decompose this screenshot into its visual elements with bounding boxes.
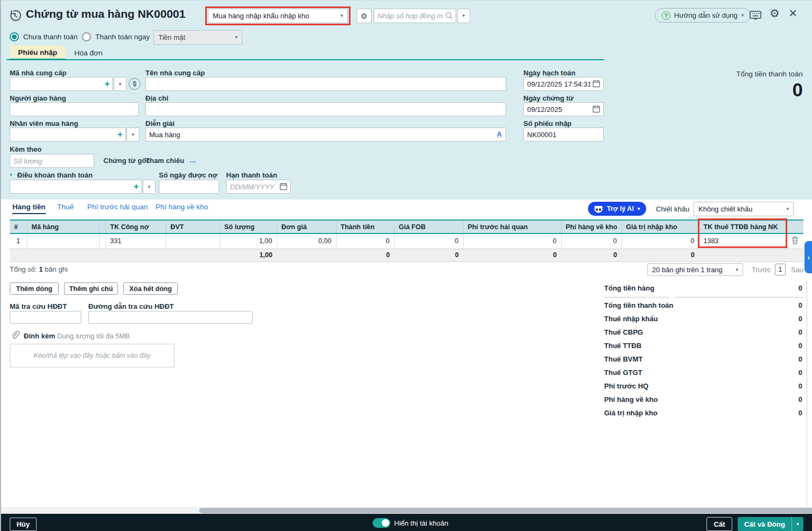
show-accounts-toggle[interactable] xyxy=(373,518,390,528)
cancel-button[interactable]: Hủy xyxy=(10,518,37,531)
col-fob-price[interactable]: Giá FOB xyxy=(394,220,463,233)
col-quantity[interactable]: Số lượng xyxy=(220,220,277,233)
ai-assistant-button[interactable]: Trợ lý AI ▾ xyxy=(588,202,646,216)
cell-payable-account[interactable]: 331 xyxy=(106,233,166,249)
more-link[interactable]: ... xyxy=(190,155,196,164)
pagination-next[interactable]: Sau xyxy=(791,266,803,274)
description-input[interactable] xyxy=(145,128,506,141)
einvoice-url-input[interactable] xyxy=(88,311,253,324)
cell-customs-fee[interactable]: 0 xyxy=(463,233,561,249)
page-size-select[interactable]: 20 bản ghi trên 1 trang ▾ xyxy=(647,263,743,276)
gear-icon: ⚙ xyxy=(361,12,368,20)
cell-item-code[interactable] xyxy=(27,233,99,249)
radio-not-paid[interactable] xyxy=(10,32,19,41)
doc-type-select[interactable]: Mua hàng nhập khẩu nhập kho ▾ xyxy=(208,9,348,23)
payment-method-select[interactable]: Tiền mặt ▾ xyxy=(153,30,242,45)
add-buyer-icon[interactable]: + xyxy=(117,130,123,139)
radio-pay-now-label[interactable]: Thanh toán ngay xyxy=(95,33,150,41)
subtab-warehouse-fee[interactable]: Phí hàng về kho xyxy=(156,203,208,211)
settings-gear-icon[interactable]: ⚙ xyxy=(769,8,780,19)
supplier-name-input[interactable] xyxy=(145,77,506,91)
chevron-down-icon: ▾ xyxy=(796,522,799,527)
save-button[interactable]: Cất xyxy=(706,517,732,531)
discount-select[interactable]: Không chiết khấu ▾ xyxy=(694,202,794,216)
pagination-prev[interactable]: Trước xyxy=(752,266,771,274)
subtab-tax[interactable]: Thuế xyxy=(57,203,74,211)
col-index[interactable]: # xyxy=(10,220,27,233)
save-and-close-button[interactable]: Cất và Đóng xyxy=(738,517,792,531)
shortcut-keyboard-icon[interactable] xyxy=(750,10,761,23)
payment-term-group: + ▾ xyxy=(10,180,156,194)
col-unit-price[interactable]: Đơn giá xyxy=(277,220,336,233)
receipt-no-input[interactable] xyxy=(523,128,604,141)
payment-term-input[interactable] xyxy=(10,180,142,194)
contract-search-dropdown-button[interactable]: ▾ xyxy=(457,9,470,23)
col-inventory-value[interactable]: Giá trị nhập kho xyxy=(621,220,699,233)
attachment-label[interactable]: Đính kèm xyxy=(24,332,55,340)
cell-delete[interactable] xyxy=(786,233,803,249)
add-payment-term-icon[interactable]: + xyxy=(134,182,139,191)
payment-term-dropdown-button[interactable]: ▾ xyxy=(143,180,156,194)
posting-date-input[interactable] xyxy=(523,77,604,91)
close-icon[interactable]: × xyxy=(789,6,797,20)
debt-days-input[interactable] xyxy=(159,180,219,194)
radio-not-paid-label[interactable]: Chưa thanh toán xyxy=(23,33,78,41)
subtab-customs-fee[interactable]: Phí trước hải quan xyxy=(87,203,148,211)
delete-all-rows-button[interactable]: Xóa hết dòng xyxy=(123,282,178,295)
horizontal-scrollbar-thumb[interactable] xyxy=(199,508,812,513)
reference-link[interactable]: Tham chiếu xyxy=(145,157,184,165)
grid-row-1[interactable]: 1 331 1,00 0,00 0 0 0 0 0 1383 xyxy=(10,233,803,249)
cell-spacer xyxy=(99,233,106,249)
chevron-down-icon: ▾ xyxy=(148,185,151,189)
attachment-dropzone[interactable]: Kéo/thả tệp vào đây hoặc bấm vào đây xyxy=(10,344,174,367)
add-supplier-icon[interactable]: + xyxy=(104,79,110,88)
col-unit[interactable]: ĐVT xyxy=(166,220,220,233)
cell-ttdb-tax-account[interactable]: 1383 xyxy=(699,233,786,249)
radio-pay-now[interactable] xyxy=(82,32,91,41)
address-input[interactable] xyxy=(145,102,506,116)
cell-unit[interactable] xyxy=(166,233,220,249)
cell-warehouse-fee[interactable]: 0 xyxy=(561,233,621,249)
summary-label: Thuế nhập khẩu xyxy=(604,315,658,323)
cell-amount[interactable]: 0 xyxy=(336,233,394,249)
add-note-button[interactable]: Thêm ghi chú xyxy=(64,282,118,295)
cell-quantity[interactable]: 1,00 xyxy=(220,233,277,249)
currency-icon[interactable]: $ xyxy=(129,78,141,90)
help-button[interactable]: ? Hướng dẫn sử dụng ▾ xyxy=(655,8,751,23)
pagination-page[interactable]: 1 xyxy=(775,264,786,275)
col-amount[interactable]: Thành tiền xyxy=(336,220,394,233)
buyer-dropdown-button[interactable]: ▾ xyxy=(127,128,139,141)
cell-inventory-value[interactable]: 0 xyxy=(621,233,699,249)
tab-receipt[interactable]: Phiếu nhập xyxy=(10,46,66,60)
col-payable-account[interactable]: TK Công nợ xyxy=(106,220,166,233)
attached-qty-input[interactable] xyxy=(10,154,94,168)
save-and-close-dropdown[interactable]: ▾ xyxy=(792,517,803,531)
col-customs-fee[interactable]: Phí trước hải quan xyxy=(463,220,561,233)
trash-icon[interactable] xyxy=(792,236,799,244)
history-icon[interactable] xyxy=(9,9,22,24)
translate-icon[interactable]: A̲ xyxy=(497,130,502,138)
buyer-input[interactable] xyxy=(10,128,126,141)
cell-fob-price[interactable]: 0 xyxy=(394,233,463,249)
col-ttdb-tax-account[interactable]: TK thuế TTĐB hàng NK xyxy=(699,220,786,233)
doc-type-settings-button[interactable]: ⚙ xyxy=(356,9,372,23)
cell-unit-price[interactable]: 0,00 xyxy=(277,233,336,249)
supplier-code-input[interactable] xyxy=(10,77,113,91)
doc-date-input[interactable] xyxy=(523,102,604,116)
original-doc-link[interactable]: Chứng từ gốc xyxy=(103,157,150,165)
col-item-code[interactable]: Mã hàng xyxy=(27,220,99,233)
tab-invoice[interactable]: Hóa đơn xyxy=(74,49,102,57)
calendar-icon[interactable] xyxy=(592,80,600,90)
calendar-icon[interactable] xyxy=(592,105,600,115)
contract-search-input[interactable] xyxy=(374,9,456,23)
supplier-code-dropdown-button[interactable]: ▾ xyxy=(114,77,127,91)
calendar-icon[interactable] xyxy=(279,182,288,193)
collapse-panel-button[interactable]: ‹ xyxy=(804,241,812,273)
deliverer-input[interactable] xyxy=(10,102,139,116)
einvoice-code-input[interactable] xyxy=(10,311,81,324)
summary-value: 0 xyxy=(746,382,802,390)
col-warehouse-fee[interactable]: Phí hàng về kho xyxy=(561,220,621,233)
collapse-marker-icon[interactable]: ▾ xyxy=(10,172,12,178)
add-row-button[interactable]: Thêm dòng xyxy=(10,282,59,295)
subtab-money[interactable]: Hàng tiền xyxy=(12,203,46,214)
